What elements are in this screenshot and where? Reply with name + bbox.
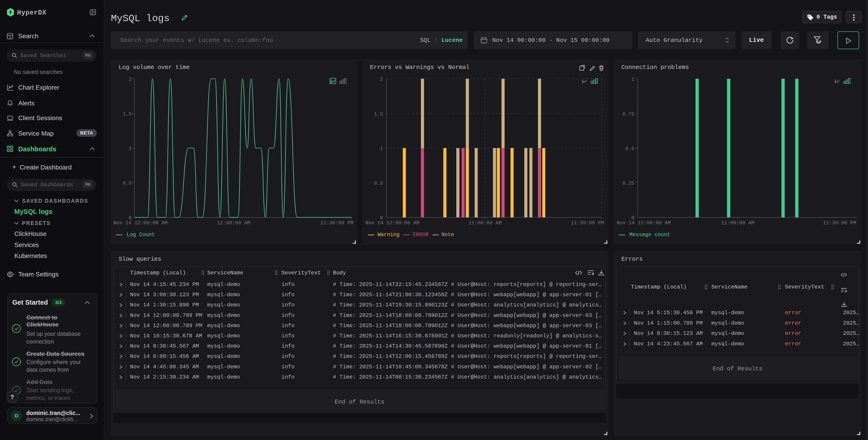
svg-text:0.5: 0.5 xyxy=(374,181,383,186)
svg-text:11:00:00 AM: 11:00:00 AM xyxy=(721,220,754,226)
svg-text:1: 1 xyxy=(129,146,132,152)
svg-text:0: 0 xyxy=(631,215,634,221)
svg-text:1: 1 xyxy=(380,146,383,152)
svg-text:Nov 14 12:00:00 AM: Nov 14 12:00:00 AM xyxy=(365,220,420,226)
svg-text:0: 0 xyxy=(129,215,132,221)
svg-text:0.5: 0.5 xyxy=(625,146,634,152)
svg-text:11:30:00 PM: 11:30:00 PM xyxy=(571,220,604,226)
svg-text:1: 1 xyxy=(631,77,634,82)
svg-text:11:00:00 AM: 11:00:00 AM xyxy=(217,220,250,226)
svg-text:1.5: 1.5 xyxy=(123,111,132,117)
svg-text:11:00:00 AM: 11:00:00 AM xyxy=(468,220,501,226)
svg-text:0.25: 0.25 xyxy=(622,181,634,186)
svg-text:11:30:00 PM: 11:30:00 PM xyxy=(320,220,353,226)
svg-text:2: 2 xyxy=(129,77,132,82)
svg-text:0.5: 0.5 xyxy=(123,181,132,186)
svg-text:0: 0 xyxy=(380,215,383,221)
svg-text:11:30:00 PM: 11:30:00 PM xyxy=(823,220,856,226)
svg-text:Nov 14 12:00:00 AM: Nov 14 12:00:00 AM xyxy=(114,220,167,226)
svg-text:1.5: 1.5 xyxy=(374,111,383,117)
svg-text:0.75: 0.75 xyxy=(622,111,634,117)
svg-text:2: 2 xyxy=(380,77,383,82)
svg-text:Nov 14 12:00:00 AM: Nov 14 12:00:00 AM xyxy=(617,220,671,226)
